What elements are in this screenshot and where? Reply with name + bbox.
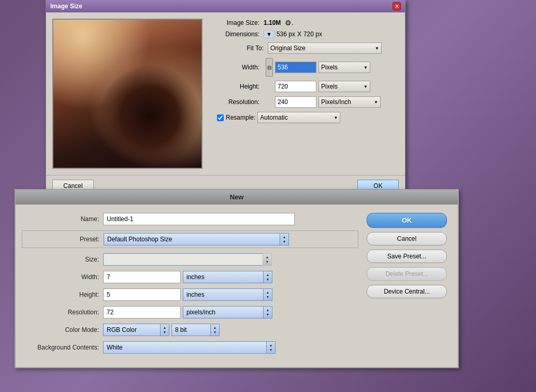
gear-icon[interactable]: ⚙ bbox=[285, 19, 292, 27]
bit-depth-field[interactable]: 8 bit bbox=[171, 324, 210, 336]
bit-depth-wrapper: 8 bit ▲ ▼ bbox=[171, 324, 220, 336]
resample-checkbox[interactable] bbox=[217, 114, 224, 121]
preset-row: Preset: Default Photoshop Size ▲ ▼ bbox=[22, 230, 358, 248]
new-resolution-row: Resolution: pixels/inch ▲ ▼ bbox=[24, 306, 358, 318]
resolution-unit-arrow-up-icon: ▲ bbox=[266, 308, 270, 312]
name-input[interactable] bbox=[103, 213, 295, 225]
height-unit-arrow-down-icon: ▼ bbox=[266, 295, 270, 299]
new-ok-button[interactable]: OK bbox=[367, 213, 447, 228]
name-row: Name: bbox=[24, 213, 358, 225]
resolution-input[interactable] bbox=[275, 96, 316, 108]
resample-dropdown[interactable]: Automatic ▼ bbox=[257, 112, 340, 123]
bg-contents-label: Background Contents: bbox=[24, 344, 99, 351]
resolution-unit-arrows[interactable]: ▲ ▼ bbox=[263, 306, 272, 318]
resolution-unit-value: Pixels/Inch bbox=[321, 98, 351, 106]
image-size-dialog: Image Size ✕ Image Size: 1.10M ⚙ . Dimen… bbox=[46, 0, 405, 197]
preset-arrows[interactable]: ▲ ▼ bbox=[280, 233, 289, 245]
width-unit-value: Pixels bbox=[321, 64, 338, 71]
bit-depth-arrows[interactable]: ▲ ▼ bbox=[210, 324, 220, 336]
height-unit-arrow-icon: ▼ bbox=[364, 84, 368, 89]
color-mode-row: Color Mode: RGB Color ▲ ▼ 8 bit ▲ bbox=[24, 324, 358, 336]
fit-to-label: Fit To: bbox=[217, 45, 264, 52]
height-row: Height: Pixels ▼ bbox=[213, 81, 399, 92]
size-field[interactable] bbox=[103, 253, 263, 266]
bit-depth-arrow-up-icon: ▲ bbox=[213, 326, 217, 329]
resample-label: Resample: bbox=[226, 114, 255, 121]
image-size-titlebar: Image Size ✕ bbox=[46, 0, 405, 12]
gear-dot: . bbox=[292, 19, 293, 26]
new-height-input[interactable] bbox=[103, 288, 181, 301]
width-unit-arrow-icon: ▼ bbox=[364, 65, 368, 70]
name-label: Name: bbox=[24, 215, 99, 223]
preset-field[interactable]: Default Photoshop Size bbox=[104, 233, 280, 245]
resolution-unit-dropdown[interactable]: Pixels/Inch ▼ bbox=[318, 96, 381, 108]
resample-row: Resample: Automatic ▼ bbox=[213, 112, 399, 123]
new-width-unit: inches bbox=[186, 273, 205, 281]
color-mode-arrow-up-icon: ▲ bbox=[163, 326, 167, 329]
resolution-label: Resolution: bbox=[213, 98, 259, 106]
close-button[interactable]: ✕ bbox=[393, 2, 401, 10]
width-unit-arrow-down-icon: ▼ bbox=[266, 278, 270, 281]
dialog-controls: Image Size: 1.10M ⚙ . Dimensions: ▼ 536 … bbox=[213, 19, 399, 169]
width-input[interactable] bbox=[275, 62, 316, 73]
new-resolution-label: Resolution: bbox=[24, 309, 99, 316]
dimensions-x: X bbox=[297, 31, 301, 38]
resolution-unit-arrow-icon: ▼ bbox=[374, 100, 378, 105]
bit-depth-value: 8 bit bbox=[175, 326, 187, 333]
new-width-input[interactable] bbox=[103, 271, 181, 283]
preset-label: Preset: bbox=[24, 236, 99, 243]
size-row: Size: ▲ ▼ bbox=[24, 253, 358, 266]
width-unit-field[interactable]: inches bbox=[183, 271, 263, 283]
fit-to-value: Original Size bbox=[270, 45, 306, 52]
width-row: Width: ⊟ Pixels ▼ bbox=[213, 58, 399, 77]
preset-value: Default Photoshop Size bbox=[107, 236, 172, 243]
color-mode-value: RGB Color bbox=[107, 326, 137, 333]
height-unit-value: Pixels bbox=[321, 83, 338, 90]
new-height-label: Height: bbox=[24, 291, 99, 298]
bg-contents-arrow-up-icon: ▲ bbox=[269, 343, 273, 347]
bg-contents-arrows[interactable]: ▲ ▼ bbox=[266, 341, 276, 354]
width-unit-arrows[interactable]: ▲ ▼ bbox=[263, 271, 272, 283]
resample-arrow-icon: ▼ bbox=[334, 115, 338, 120]
size-arrows[interactable]: ▲ ▼ bbox=[263, 253, 272, 266]
new-height-row: Height: inches ▲ ▼ bbox=[24, 288, 358, 301]
size-arrow-up-icon: ▲ bbox=[266, 255, 269, 259]
size-arrow-down-icon: ▼ bbox=[266, 260, 269, 264]
height-input[interactable] bbox=[275, 81, 316, 92]
device-central-button[interactable]: Device Central... bbox=[367, 285, 447, 298]
size-label: Size: bbox=[24, 256, 99, 263]
new-dialog-title: New bbox=[230, 193, 244, 201]
dimensions-dropdown-icon[interactable]: ▼ bbox=[264, 30, 274, 38]
bit-depth-arrow-down-icon: ▼ bbox=[213, 330, 217, 334]
fit-to-dropdown[interactable]: Original Size ▼ bbox=[268, 42, 382, 54]
height-unit-arrows[interactable]: ▲ ▼ bbox=[263, 288, 272, 301]
color-mode-arrows[interactable]: ▲ ▼ bbox=[160, 324, 169, 336]
new-dialog-titlebar: New bbox=[16, 190, 458, 205]
save-preset-button[interactable]: Save Preset... bbox=[367, 250, 447, 263]
new-width-label: Width: bbox=[24, 273, 99, 281]
dimensions-width: 536 px bbox=[277, 31, 295, 38]
bg-contents-field[interactable]: White bbox=[103, 341, 266, 354]
width-unit-dropdown[interactable]: Pixels ▼ bbox=[318, 62, 370, 73]
new-dialog-right-panel: OK Cancel Save Preset... Delete Preset..… bbox=[367, 213, 450, 359]
color-mode-arrow-down-icon: ▼ bbox=[163, 330, 167, 334]
height-unit-dropdown[interactable]: Pixels ▼ bbox=[318, 81, 370, 92]
resample-value: Automatic bbox=[260, 114, 287, 121]
image-size-title: Image Size bbox=[50, 3, 82, 10]
color-mode-field[interactable]: RGB Color bbox=[103, 324, 160, 336]
new-cancel-button[interactable]: Cancel bbox=[367, 232, 447, 245]
bg-contents-arrow-down-icon: ▼ bbox=[269, 348, 273, 352]
height-unit-field[interactable]: inches bbox=[183, 288, 263, 301]
bg-contents-wrapper: White ▲ ▼ bbox=[103, 341, 276, 354]
image-size-value: 1.10M bbox=[264, 19, 281, 26]
new-dialog: New Name: Preset: Default Photoshop Size… bbox=[15, 189, 459, 368]
resolution-unit-wrapper: pixels/inch ▲ ▼ bbox=[183, 306, 272, 318]
height-label: Height: bbox=[213, 83, 259, 90]
new-resolution-input[interactable] bbox=[103, 306, 181, 318]
resolution-unit-field[interactable]: pixels/inch bbox=[183, 306, 263, 318]
resolution-row: Resolution: Pixels/Inch ▼ bbox=[213, 96, 399, 108]
resolution-unit-arrow-down-icon: ▼ bbox=[266, 313, 270, 316]
bg-contents-value: White bbox=[107, 344, 123, 351]
color-mode-wrapper: RGB Color ▲ ▼ bbox=[103, 324, 169, 336]
delete-preset-button: Delete Preset... bbox=[367, 267, 447, 281]
